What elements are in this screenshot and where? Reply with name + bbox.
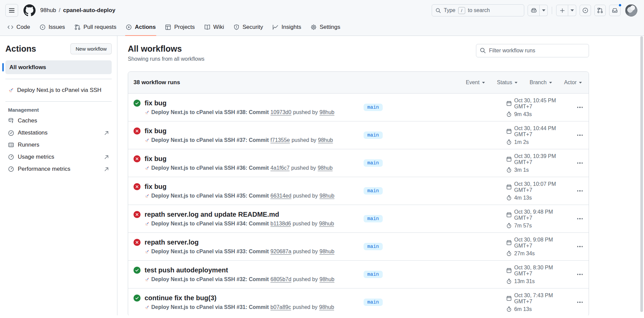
run-options-kebab-button[interactable] bbox=[570, 132, 583, 138]
stopwatch-icon bbox=[506, 251, 512, 256]
copilot-menu-caret[interactable] bbox=[540, 5, 548, 16]
run-commit-link[interactable]: 920687a bbox=[270, 249, 291, 255]
rocket-icon bbox=[145, 194, 150, 199]
run-actor-link[interactable]: 98hub bbox=[319, 249, 334, 255]
breadcrumb-owner[interactable]: 98hub bbox=[40, 7, 56, 14]
sidebar-item-caches[interactable]: Caches bbox=[5, 115, 112, 127]
run-actor-link[interactable]: 98hub bbox=[319, 221, 334, 227]
run-actor-link[interactable]: 98hub bbox=[319, 304, 334, 310]
filter-status-dropdown[interactable]: Status bbox=[497, 80, 518, 86]
create-new-button[interactable] bbox=[556, 5, 568, 16]
github-logo[interactable] bbox=[23, 4, 36, 16]
graph-icon bbox=[272, 24, 278, 30]
run-actor-link[interactable]: 98hub bbox=[319, 193, 334, 199]
run-title-link[interactable]: repath server.log and update README.md bbox=[145, 211, 279, 218]
run-options-kebab-button[interactable] bbox=[570, 272, 583, 277]
run-commit-link[interactable]: 10973d0 bbox=[270, 109, 291, 115]
workflow-run-row: continue fix the bug(3) Deploy Next.js t… bbox=[128, 288, 589, 315]
run-commit-link[interactable]: 6805b7d bbox=[270, 276, 291, 282]
run-title-link[interactable]: fix bug bbox=[145, 183, 167, 191]
breadcrumb-repo[interactable]: cpanel-auto-deploy bbox=[63, 7, 115, 14]
your-issues-button[interactable] bbox=[580, 5, 591, 16]
run-commit-link[interactable]: f71355e bbox=[270, 137, 290, 143]
run-title-link[interactable]: fix bug bbox=[145, 155, 167, 163]
run-actor-link[interactable]: 98hub bbox=[319, 109, 334, 115]
tab-insights[interactable]: Insights bbox=[268, 19, 305, 36]
pushed-by-label: pushed by bbox=[293, 193, 318, 199]
filter-workflow-runs-input[interactable] bbox=[476, 44, 589, 57]
tab-security[interactable]: Security bbox=[229, 19, 267, 36]
branch-badge[interactable]: main bbox=[364, 187, 383, 195]
filter-actor-dropdown[interactable]: Actor bbox=[564, 80, 582, 86]
sidebar-item-runners[interactable]: Runners bbox=[5, 139, 112, 151]
run-branch-cell: main bbox=[364, 271, 506, 278]
code-icon bbox=[7, 24, 13, 30]
run-options-kebab-button[interactable] bbox=[570, 188, 583, 194]
sidebar-item-all-workflows[interactable]: All workflows bbox=[5, 60, 112, 74]
rocket-icon bbox=[145, 221, 150, 226]
run-options-kebab-button[interactable] bbox=[570, 216, 583, 221]
header-divider bbox=[552, 7, 552, 14]
tab-settings[interactable]: Settings bbox=[307, 19, 344, 36]
tab-actions[interactable]: Actions bbox=[122, 19, 160, 36]
global-menu-button[interactable] bbox=[5, 4, 18, 17]
run-commit-link[interactable]: b07a89c bbox=[270, 304, 291, 310]
filter-event-dropdown[interactable]: Event bbox=[466, 80, 485, 86]
branch-badge[interactable]: main bbox=[364, 215, 383, 222]
new-workflow-button[interactable]: New workflow bbox=[70, 43, 112, 54]
calendar-icon bbox=[506, 296, 512, 301]
create-new-caret[interactable] bbox=[568, 5, 576, 16]
global-search[interactable]: Type / to search bbox=[432, 4, 524, 16]
tab-wiki[interactable]: Wiki bbox=[200, 19, 228, 36]
sidebar-item-performance-metrics[interactable]: Performance metrics bbox=[5, 163, 112, 175]
page-scrollbar[interactable] bbox=[640, 36, 643, 312]
run-title-link[interactable]: test push autodeployment bbox=[145, 266, 228, 274]
sidebar-item-workflow-deploy[interactable]: Deploy Next.js to cPanel via SSH bbox=[5, 84, 112, 97]
filter-branch-dropdown[interactable]: Branch bbox=[530, 80, 552, 86]
run-actor-link[interactable]: 98hub bbox=[319, 276, 334, 282]
workflow-run-row: fix bug Deploy Next.js to cPanel via SSH… bbox=[128, 121, 589, 149]
git-pull-request-icon bbox=[74, 24, 80, 30]
shield-icon bbox=[233, 24, 239, 30]
search-icon bbox=[480, 47, 486, 54]
tab-pull-requests[interactable]: Pull requests bbox=[70, 19, 120, 36]
run-actor-link[interactable]: 98hub bbox=[318, 137, 333, 143]
external-link-icon bbox=[104, 167, 109, 172]
run-title-link[interactable]: fix bug bbox=[145, 99, 167, 107]
run-commit-link[interactable]: b1138d6 bbox=[270, 221, 291, 227]
sidebar-item-attestations[interactable]: Attestations bbox=[5, 127, 112, 139]
gear-icon bbox=[311, 24, 317, 30]
copilot-icon bbox=[531, 7, 537, 14]
run-status-icon bbox=[133, 211, 141, 218]
run-options-kebab-button[interactable] bbox=[570, 244, 583, 249]
sidebar-item-usage-metrics[interactable]: Usage metrics bbox=[5, 151, 112, 163]
branch-badge[interactable]: main bbox=[364, 299, 383, 306]
tab-projects[interactable]: Projects bbox=[161, 19, 199, 36]
sidebar-divider bbox=[5, 79, 112, 79]
sidebar-title: Actions bbox=[5, 44, 36, 54]
branch-badge[interactable]: main bbox=[364, 104, 383, 111]
user-avatar[interactable] bbox=[625, 4, 637, 16]
breadcrumb-separator: / bbox=[59, 7, 60, 14]
branch-badge[interactable]: main bbox=[364, 159, 383, 167]
search-placeholder-prefix: Type bbox=[444, 7, 455, 13]
branch-badge[interactable]: main bbox=[364, 243, 383, 250]
branch-badge[interactable]: main bbox=[364, 271, 383, 278]
tab-issues[interactable]: Issues bbox=[36, 19, 69, 36]
run-commit-link[interactable]: 4a1f6c7 bbox=[270, 165, 289, 171]
run-options-kebab-button[interactable] bbox=[570, 105, 583, 110]
meter-icon bbox=[8, 166, 14, 172]
run-options-kebab-button[interactable] bbox=[570, 160, 583, 166]
run-options-kebab-button[interactable] bbox=[570, 300, 583, 305]
tab-code[interactable]: Code bbox=[3, 19, 34, 36]
branch-badge[interactable]: main bbox=[364, 131, 383, 139]
run-commit-link[interactable]: 66314ed bbox=[270, 193, 291, 199]
your-pull-requests-button[interactable] bbox=[594, 5, 606, 16]
run-title-link[interactable]: continue fix the bug(3) bbox=[145, 294, 216, 302]
run-actor-link[interactable]: 98hub bbox=[318, 165, 333, 171]
run-title-link[interactable]: fix bug bbox=[145, 127, 167, 135]
run-meta-cell: Oct 30, 7:43 PM GMT+7 6m 13s bbox=[506, 293, 570, 312]
run-duration: 6m 13s bbox=[514, 306, 532, 312]
run-title-link[interactable]: repath server.log bbox=[145, 238, 199, 246]
copilot-button[interactable] bbox=[528, 5, 540, 16]
